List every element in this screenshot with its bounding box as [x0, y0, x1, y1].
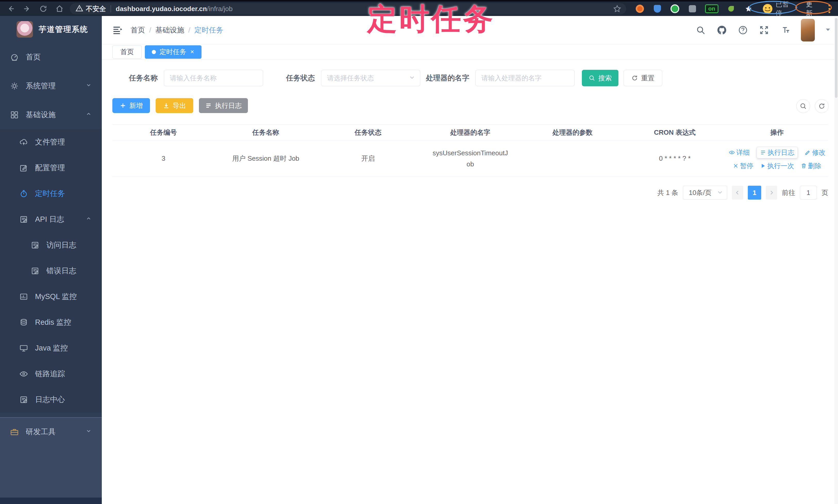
tab-scheduled-tasks[interactable]: 定时任务	[145, 45, 202, 59]
extensions-puzzle-icon[interactable]	[687, 4, 697, 14]
sidebar-item-scheduled-tasks[interactable]: 定时任务	[0, 181, 102, 206]
log-note-icon	[30, 266, 40, 275]
task-status-label: 任务状态	[286, 73, 315, 83]
sidebar-item-system-mgmt[interactable]: 系统管理	[0, 72, 102, 101]
help-icon[interactable]	[737, 25, 748, 36]
pagination: 共 1 条 10条/页 1 前往 页	[102, 186, 838, 200]
goto-page-input[interactable]	[800, 186, 817, 200]
sidebar-item-redis-monitor[interactable]: Redis 监控	[0, 309, 102, 335]
log-note-icon	[30, 240, 40, 250]
sidebar-item-access-logs[interactable]: 访问日志	[0, 232, 102, 258]
goto-label: 前往	[782, 188, 795, 197]
sidebar-item-error-logs[interactable]: 错误日志	[0, 258, 102, 284]
address-bar[interactable]: 不安全 dashboard.yudao.iocoder.cn/infra/job	[70, 3, 626, 14]
breadcrumb-infrastructure[interactable]: 基础设施	[155, 25, 184, 35]
refresh-icon[interactable]	[815, 99, 829, 113]
monitor-icon	[19, 344, 28, 353]
sidebar-item-mysql-monitor[interactable]: MySQL 监控	[0, 284, 102, 309]
extension-blue-icon[interactable]	[652, 4, 662, 14]
user-avatar[interactable]	[801, 19, 815, 41]
scrollbar-thumb[interactable]	[835, 18, 837, 98]
reload-icon[interactable]	[39, 4, 48, 13]
handler-name-input[interactable]	[475, 70, 575, 86]
active-tab-dot	[152, 50, 156, 54]
breadcrumb-current: 定时任务	[195, 25, 223, 35]
sidebar-item-tracing[interactable]: 链路追踪	[0, 361, 102, 387]
next-page-button[interactable]	[766, 186, 777, 200]
chevron-down-icon	[408, 74, 416, 83]
extension-orange-icon[interactable]	[635, 4, 645, 14]
scrollbar[interactable]	[834, 16, 838, 504]
database-layers-icon	[19, 318, 28, 327]
close-icon[interactable]	[190, 48, 195, 56]
add-button[interactable]: 新增	[112, 98, 150, 113]
sidebar-collapse-icon[interactable]	[112, 25, 123, 35]
timer-icon	[19, 189, 28, 198]
breadcrumb: 首页 / 基础设施 / 定时任务	[130, 25, 223, 35]
breadcrumb-home[interactable]: 首页	[130, 25, 145, 35]
devtools-section: 研发工具	[0, 417, 102, 504]
table-row: 3 用户 Session 超时 Job 开启 sysUserSessionTim…	[112, 140, 828, 177]
not-secure-label[interactable]: 不安全	[86, 4, 106, 13]
reset-button[interactable]: 重置	[624, 70, 662, 86]
cell-actions: 详细 执行日志 修改 暂停 执行一次 删除	[726, 140, 828, 177]
detail-link[interactable]: 详细	[729, 148, 750, 157]
tab-home[interactable]: 首页	[112, 45, 142, 59]
extension-green-check-icon[interactable]	[670, 4, 680, 14]
app-logo-row[interactable]: 芋道管理系统	[0, 16, 102, 43]
pause-link[interactable]: 暂停	[733, 161, 753, 170]
search-button[interactable]: 搜索	[582, 70, 618, 86]
delete-link[interactable]: 删除	[801, 161, 821, 170]
dashboard-icon	[10, 53, 19, 62]
chevron-up-icon	[85, 111, 92, 119]
exec-log-button[interactable]: 执行日志	[199, 98, 248, 113]
sidebar-item-config-mgmt[interactable]: 配置管理	[0, 155, 102, 181]
chevron-down-icon	[85, 428, 92, 436]
caret-down-icon[interactable]	[825, 27, 831, 33]
forward-icon[interactable]	[22, 4, 32, 13]
main-area: 首页 / 基础设施 / 定时任务 首页 定时任务	[102, 16, 838, 504]
sidebar-bottom-strip	[0, 498, 102, 504]
page-number-active[interactable]: 1	[748, 186, 761, 200]
toggle-search-icon[interactable]	[796, 99, 810, 113]
cell-handler-params	[521, 140, 624, 177]
task-status-select[interactable]: 请选择任务状态	[321, 70, 420, 86]
table-header-row: 任务编号 任务名称 任务状态 处理器的名字 处理器的参数 CRON 表达式 操作	[112, 124, 828, 140]
home-icon[interactable]	[55, 4, 64, 13]
page: 不安全 dashboard.yudao.iocoder.cn/infra/job…	[0, 0, 838, 504]
sidebar-item-api-logs[interactable]: API 日志	[0, 206, 102, 232]
task-name-input[interactable]	[164, 70, 263, 86]
sidebar-item-file-mgmt[interactable]: 文件管理	[0, 129, 102, 155]
url-path: /infra/job	[207, 5, 233, 13]
run-once-link[interactable]: 执行一次	[760, 161, 794, 170]
sidebar-item-java-monitor[interactable]: Java 监控	[0, 335, 102, 361]
extension-on-badge[interactable]: on	[705, 4, 718, 13]
task-name-label: 任务名称	[129, 73, 158, 83]
log-note-icon	[19, 215, 28, 224]
edit-link[interactable]: 修改	[804, 148, 826, 157]
sidebar-item-home[interactable]: 首页	[0, 43, 102, 72]
url-host[interactable]: dashboard.yudao.iocoder.cn	[116, 5, 207, 13]
prev-page-button[interactable]	[732, 186, 743, 200]
search-icon[interactable]	[695, 25, 706, 36]
exec-log-link[interactable]: 执行日志	[756, 147, 798, 158]
font-size-icon[interactable]	[780, 25, 790, 36]
bookmark-star-icon[interactable]	[613, 4, 622, 14]
app-logo	[17, 21, 33, 38]
not-secure-warning-icon	[75, 4, 83, 13]
sidebar-item-dev-tools[interactable]: 研发工具	[0, 418, 102, 446]
tab-bar: 首页 定时任务	[102, 44, 838, 60]
github-icon[interactable]	[716, 25, 727, 36]
sidebar-item-log-center[interactable]: 日志中心	[0, 387, 102, 413]
extension-leaf-icon[interactable]	[726, 4, 736, 14]
page-unit-label: 页	[821, 188, 828, 197]
back-icon[interactable]	[6, 4, 15, 13]
export-button[interactable]: 导出	[156, 98, 193, 113]
page-size-select[interactable]: 10条/页	[683, 186, 727, 200]
cell-job-status: 开启	[317, 140, 419, 177]
fullscreen-icon[interactable]	[758, 25, 769, 36]
log-note-icon	[19, 395, 28, 404]
sidebar-item-infrastructure[interactable]: 基础设施	[0, 101, 102, 129]
table-tools	[796, 99, 829, 113]
sidebar: 芋道管理系统 首页 系统管理 基础设施 文件管理	[0, 16, 102, 504]
